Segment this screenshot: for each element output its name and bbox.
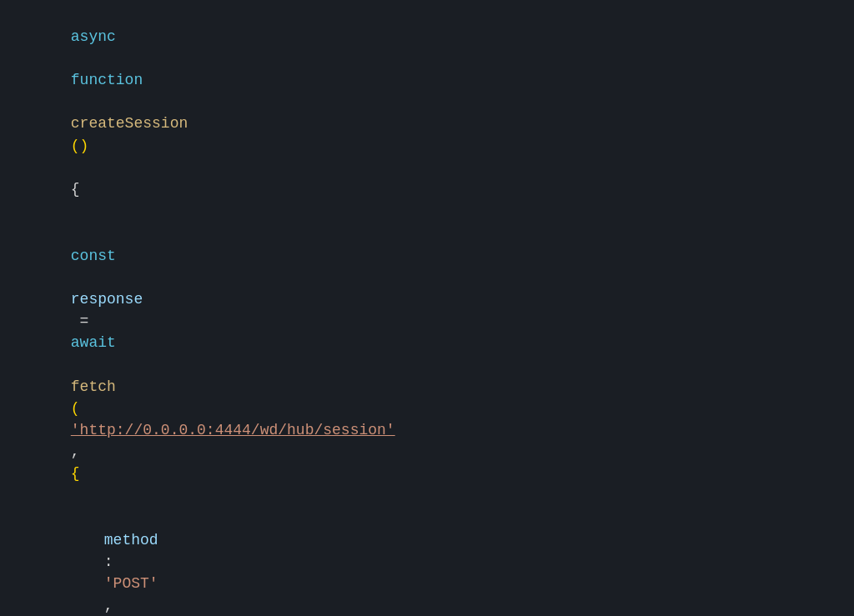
- code-editor: async function createSession () { const …: [0, 0, 854, 616]
- func-name: createSession: [71, 115, 188, 132]
- keyword-async: async: [71, 28, 116, 45]
- code-line-3: method : 'POST' ,: [0, 507, 854, 616]
- code-line-1: async function createSession () {: [0, 3, 854, 223]
- code-line-2: const response = await fetch ( 'http://0…: [0, 223, 854, 507]
- keyword-function: function: [71, 72, 143, 88]
